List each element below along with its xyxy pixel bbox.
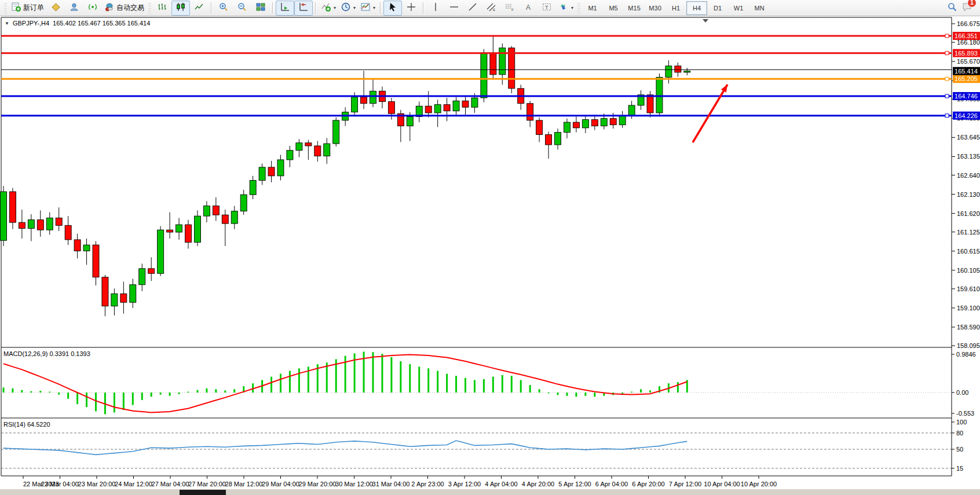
- support-line-2-handle[interactable]: [945, 114, 949, 118]
- candlestick-icon: [175, 2, 186, 14]
- svg-text:50: 50: [956, 446, 963, 453]
- svg-text:80: 80: [956, 430, 963, 437]
- mt4-window: { "toolbar": { "new_order_label": "新订单",…: [0, 0, 980, 495]
- timeframe-button-W1[interactable]: W1: [728, 1, 749, 15]
- candlestick-button[interactable]: [171, 1, 190, 16]
- periods-button[interactable]: ▾: [338, 1, 358, 16]
- line-chart-icon: [194, 2, 204, 14]
- arrows-button[interactable]: ▾: [556, 1, 576, 16]
- indicators-button[interactable]: ▾: [319, 1, 338, 16]
- svg-text:162.640: 162.640: [957, 172, 980, 179]
- signal-icon: [87, 2, 98, 14]
- auto-scroll-icon: [280, 2, 290, 14]
- auto-trading-label: 自动交易: [116, 3, 144, 13]
- timeframe-button-H1[interactable]: H1: [665, 1, 686, 15]
- chart-window: 166.675166.180165.670165.160164.665164.1…: [0, 16, 980, 495]
- signal-button[interactable]: [83, 1, 102, 16]
- toolbar-separator: [380, 2, 381, 14]
- periods-clock-icon: [341, 2, 351, 14]
- text-icon: A: [523, 2, 533, 14]
- bar-chart-icon: [157, 2, 167, 14]
- new-order-button[interactable]: 新订单: [9, 1, 46, 16]
- auto-scroll-button[interactable]: [276, 1, 294, 16]
- horizontal-line-button[interactable]: [445, 1, 463, 16]
- main-toolbar: 新订单 自动交易: [0, 0, 980, 16]
- svg-text:24 Mar 12:00: 24 Mar 12:00: [115, 481, 152, 487]
- template-icon: [360, 2, 371, 14]
- chart-title: ▼ GBPJPY-,H4 165.402 165.467 165.365 165…: [5, 20, 150, 27]
- cursor-button[interactable]: [383, 1, 402, 16]
- notifications-button[interactable]: 1: [961, 1, 973, 15]
- svg-text:158.590: 158.590: [957, 324, 980, 331]
- rsi-indicator-label: RSI(14) 64.5220: [3, 421, 50, 428]
- mql5-button[interactable]: [46, 1, 65, 16]
- zoom-out-button[interactable]: [233, 1, 251, 16]
- svg-text:F: F: [511, 8, 514, 12]
- horizontal-line-icon: [449, 2, 459, 14]
- timeframe-button-D1[interactable]: D1: [707, 1, 728, 15]
- svg-text:15: 15: [956, 465, 963, 472]
- svg-text:T: T: [545, 5, 548, 10]
- svg-text:23 Mar 20:00: 23 Mar 20:00: [78, 481, 116, 487]
- toolbar-separator: [272, 2, 273, 14]
- support-line-1-handle[interactable]: [945, 94, 949, 98]
- text-button[interactable]: A: [519, 1, 537, 16]
- toolbar-grip[interactable]: [577, 2, 580, 14]
- toolbar-separator: [315, 2, 316, 14]
- resistance-line-2-handle[interactable]: [945, 52, 949, 55]
- svg-text:10 Apr 20:00: 10 Apr 20:00: [741, 481, 777, 487]
- timeframe-button-M30[interactable]: M30: [645, 1, 665, 15]
- auto-trading-button[interactable]: 自动交易: [102, 1, 147, 16]
- timeframe-button-H4[interactable]: H4: [686, 1, 707, 15]
- svg-text:6 Apr 04:00: 6 Apr 04:00: [595, 481, 628, 487]
- toolbar-separator: [211, 2, 212, 14]
- svg-text:29 Mar 04:00: 29 Mar 04:00: [262, 481, 299, 487]
- svg-text:160.105: 160.105: [957, 267, 980, 274]
- svg-text:159.610: 159.610: [957, 285, 980, 292]
- cursor-icon: [387, 2, 398, 14]
- auto-trading-icon: [104, 2, 115, 14]
- svg-text:10 Apr 04:00: 10 Apr 04:00: [704, 481, 740, 487]
- timeframe-button-MN[interactable]: MN: [749, 1, 770, 15]
- svg-text:165.670: 165.670: [957, 58, 980, 65]
- svg-text:29 Mar 20:00: 29 Mar 20:00: [299, 481, 337, 487]
- svg-text:166.351: 166.351: [955, 32, 978, 39]
- fibonacci-button[interactable]: F: [500, 1, 519, 16]
- line-chart-button[interactable]: [190, 1, 209, 16]
- trendline-button[interactable]: [463, 1, 482, 16]
- indicators-icon: [321, 2, 331, 14]
- svg-text:0.9846: 0.9846: [956, 351, 976, 358]
- template-button[interactable]: ▾: [358, 1, 378, 16]
- text-label-button[interactable]: T: [537, 1, 556, 16]
- timeframe-button-M15[interactable]: M15: [624, 1, 645, 15]
- search-button[interactable]: [943, 1, 961, 16]
- svg-text:3 Apr 12:00: 3 Apr 12:00: [448, 481, 481, 487]
- chart-canvas[interactable]: 166.675166.180165.670165.160164.665164.1…: [0, 16, 980, 495]
- toolbar-grip[interactable]: [4, 2, 7, 14]
- svg-text:165.893: 165.893: [955, 50, 978, 57]
- new-order-label: 新订单: [23, 3, 44, 13]
- chart-symbol-period: GBPJPY-,H4: [13, 20, 49, 27]
- svg-text:30 Mar 12:00: 30 Mar 12:00: [335, 481, 373, 487]
- timeframe-button-M1[interactable]: M1: [582, 1, 603, 15]
- svg-text:165.205: 165.205: [955, 75, 978, 82]
- toolbar-grip[interactable]: [148, 2, 151, 14]
- bar-chart-button[interactable]: [153, 1, 171, 16]
- resistance-line-1-handle[interactable]: [945, 34, 949, 38]
- svg-text:164.746: 164.746: [955, 93, 978, 100]
- community-button[interactable]: [65, 1, 83, 16]
- zoom-in-icon: [218, 2, 229, 14]
- vertical-line-button[interactable]: [426, 1, 445, 16]
- svg-text:159.100: 159.100: [957, 305, 980, 311]
- svg-text:165.414: 165.414: [955, 68, 978, 75]
- chevron-down-icon: ▾: [373, 5, 375, 10]
- chart-shift-button[interactable]: [294, 1, 313, 16]
- pivot-line-handle[interactable]: [945, 77, 949, 80]
- tile-windows-icon: [255, 2, 266, 14]
- search-icon: [947, 2, 957, 14]
- tile-windows-button[interactable]: [251, 1, 270, 16]
- zoom-in-button[interactable]: [214, 1, 233, 16]
- timeframe-button-M5[interactable]: M5: [603, 1, 624, 15]
- crosshair-button[interactable]: [402, 1, 420, 16]
- channel-button[interactable]: E: [482, 1, 500, 16]
